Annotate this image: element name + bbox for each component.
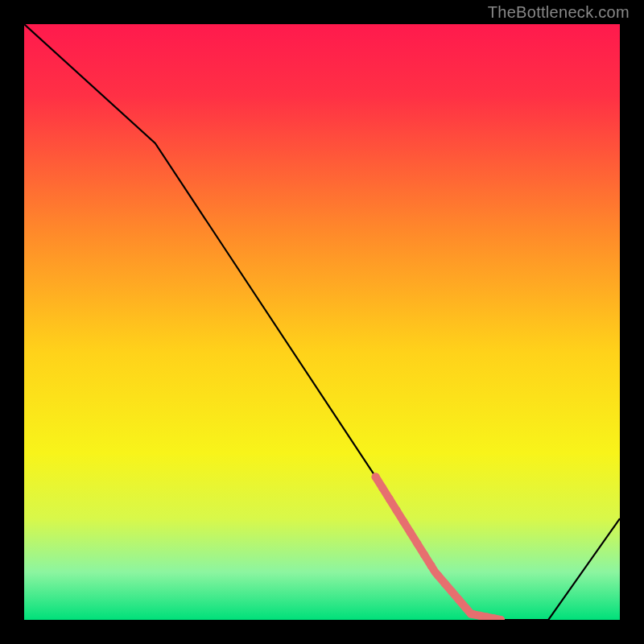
highlight-dot xyxy=(399,518,407,526)
highlight-dot xyxy=(413,539,421,547)
highlight-dot xyxy=(455,596,463,604)
watermark-text: TheBottleneck.com xyxy=(488,3,630,22)
highlight-dot xyxy=(441,580,449,588)
highlight-dot xyxy=(427,562,436,570)
highlight-dot xyxy=(386,495,394,503)
highlight-dot xyxy=(469,610,477,618)
highlight-dot xyxy=(420,551,428,559)
highlight-dot xyxy=(372,473,380,481)
highlight-dot xyxy=(434,572,442,580)
highlight-dot xyxy=(393,506,401,514)
bottleneck-chart xyxy=(24,24,620,620)
highlight-dot xyxy=(448,588,456,596)
highlight-dot xyxy=(476,612,484,620)
chart-background xyxy=(24,24,620,620)
highlight-dot xyxy=(378,484,386,492)
highlight-dot xyxy=(407,528,415,536)
highlight-dot xyxy=(462,604,470,612)
